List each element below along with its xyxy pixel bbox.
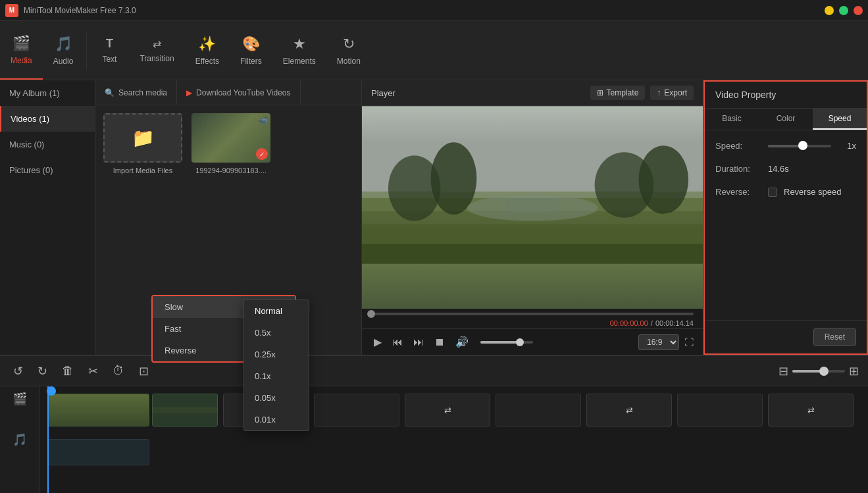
sub-item-0.1x[interactable]: 0.1x: [244, 365, 309, 387]
sub-item-0.05x[interactable]: 0.05x: [244, 387, 309, 409]
redo-button[interactable]: ↻: [34, 361, 51, 381]
ctx-slow-label: Slow: [165, 302, 183, 312]
speed-row: Speed: 1x: [715, 141, 856, 151]
timeline-transition-3[interactable]: ⇄: [586, 394, 672, 427]
tab-basic[interactable]: Basic: [705, 109, 759, 130]
zoom-in-button[interactable]: ⊞: [849, 364, 859, 378]
window-controls: [825, 6, 863, 15]
player-progress-bar[interactable]: [371, 313, 694, 315]
toolbar-item-filters[interactable]: 🎨 Filters: [230, 21, 272, 80]
main-area: My Album (1) Videos (1) Music (0) Pictur…: [0, 80, 868, 355]
cut-button[interactable]: ✂: [84, 361, 102, 381]
media-grid: 📁 Import Media Files 📹 ✓ 199294-90990318…: [95, 105, 361, 182]
timeline: ↺ ↻ 🗑 ✂ ⏱ ⊡ ⊟ ⊞ 🎬 🎵: [0, 355, 868, 493]
search-button[interactable]: 🔍 Search media: [95, 80, 177, 105]
ctx-fast-label: Fast: [165, 324, 181, 334]
toolbar-item-transition[interactable]: ⇄ Transition: [129, 21, 184, 80]
youtube-download-button[interactable]: ▶ Download YouTube Videos: [177, 80, 300, 105]
empty-clip-1[interactable]: [314, 394, 399, 427]
filters-icon: 🎨: [242, 36, 260, 53]
toolbar-filters-label: Filters: [240, 57, 262, 66]
reverse-checkbox[interactable]: [768, 188, 777, 197]
sub-item-0.25x[interactable]: 0.25x: [244, 344, 309, 365]
import-media-item[interactable]: 📁 Import Media Files: [103, 113, 182, 174]
svg-rect-12: [48, 407, 149, 413]
tab-color[interactable]: Color: [759, 109, 813, 130]
sub-item-0.5x[interactable]: 0.5x: [244, 322, 309, 344]
zoom-out-button[interactable]: ⊟: [779, 364, 788, 378]
ctx-reverse-label: Reverse: [165, 346, 196, 355]
toolbar-item-audio[interactable]: 🎵 Audio: [43, 21, 84, 80]
empty-clip-2[interactable]: [496, 394, 581, 427]
aspect-ratio-select[interactable]: 16:9 9:16 4:3 1:1: [638, 334, 679, 350]
video-track-label: 🎬: [13, 392, 27, 406]
timeline-zoom: ⊟ ⊞: [779, 364, 859, 378]
transition-icon-4: ⇄: [807, 405, 815, 415]
tab-speed[interactable]: Speed: [813, 109, 867, 130]
svg-point-6: [638, 145, 688, 214]
player-buttons: ⊞ Template ↑ Export: [590, 86, 694, 100]
volume-dot: [516, 338, 524, 346]
sidebar-item-pictures[interactable]: Pictures (0): [0, 157, 95, 183]
player-title: Player: [371, 88, 396, 98]
crop-button[interactable]: ⊡: [135, 361, 153, 381]
title-bar: M MiniTool MovieMaker Free 7.3.0: [0, 0, 868, 21]
timeline-transition-4[interactable]: ⇄: [768, 394, 854, 427]
empty-clip-3[interactable]: [677, 394, 763, 427]
close-button[interactable]: [854, 6, 863, 15]
audio-icon: 🎵: [55, 36, 72, 53]
sub-item-0.01x[interactable]: 0.01x: [244, 409, 309, 430]
volume-slider[interactable]: [480, 341, 533, 344]
fullscreen-button[interactable]: ⛶: [684, 337, 694, 348]
timeline-toolbar: ↺ ↻ 🗑 ✂ ⏱ ⊡ ⊟ ⊞: [0, 356, 868, 386]
toolbar-item-motion[interactable]: ↻ Motion: [326, 21, 371, 80]
delete-button[interactable]: 🗑: [58, 361, 78, 380]
minimize-button[interactable]: [825, 6, 834, 15]
duration-value: 14.6s: [768, 164, 789, 174]
audio-clip[interactable]: [47, 439, 149, 465]
speed-button[interactable]: ⏱: [109, 361, 128, 380]
zoom-slider[interactable]: [792, 370, 845, 373]
sidebar-item-my-album[interactable]: My Album (1): [0, 80, 95, 106]
volume-button[interactable]: 🔊: [453, 333, 471, 351]
player-panel: Player ⊞ Template ↑ Export: [361, 80, 703, 355]
skip-forward-button[interactable]: ⏭: [411, 334, 426, 351]
reset-button[interactable]: Reset: [813, 328, 856, 346]
player-progress[interactable]: [362, 309, 703, 318]
toolbar-item-media[interactable]: 🎬 Media: [0, 21, 43, 80]
app-icon: M: [5, 4, 18, 17]
video-media-label: 199294-909903183....: [191, 167, 270, 174]
media-icon: 🎬: [13, 35, 30, 52]
speed-label: Speed:: [715, 141, 761, 151]
transition-icon-3: ⇄: [626, 405, 633, 415]
sidebar: My Album (1) Videos (1) Music (0) Pictur…: [0, 80, 95, 355]
toolbar-item-text[interactable]: T Text: [89, 21, 129, 80]
timeline-transition-2[interactable]: ⇄: [405, 394, 490, 427]
import-media-thumb: 📁: [103, 113, 182, 163]
skip-back-button[interactable]: ⏮: [390, 334, 405, 351]
toolbar-item-effects[interactable]: ✨ Effects: [185, 21, 230, 80]
template-button[interactable]: ⊞ Template: [590, 86, 646, 100]
maximize-button[interactable]: [839, 6, 848, 15]
sidebar-item-music[interactable]: Music (0): [0, 132, 95, 157]
sub-item-normal[interactable]: Normal: [244, 300, 309, 322]
text-icon: T: [106, 37, 113, 51]
video-camera-icon: 📹: [259, 116, 268, 124]
toolbar-divider-1: [86, 31, 87, 70]
video-media-item[interactable]: 📹 ✓ 199294-909903183....: [191, 113, 270, 174]
export-button[interactable]: ↑ Export: [650, 86, 694, 100]
toolbar: 🎬 Media 🎵 Audio T Text ⇄ Transition ✨ Ef…: [0, 21, 868, 80]
sidebar-item-videos[interactable]: Videos (1): [0, 106, 95, 132]
toolbar-item-elements[interactable]: ★ Elements: [272, 21, 326, 80]
import-media-label: Import Media Files: [103, 167, 182, 174]
play-button[interactable]: ▶: [371, 333, 384, 351]
tracks: ↓ ⇄ ⇄ ⇄: [39, 386, 868, 493]
playhead[interactable]: [47, 386, 49, 493]
video-clip-main[interactable]: [47, 394, 149, 427]
speed-slider[interactable]: [768, 145, 831, 147]
undo-button[interactable]: ↺: [9, 361, 27, 381]
timeline-area: 🎬 🎵: [0, 386, 868, 493]
search-icon: 🔍: [105, 88, 115, 97]
video-clip-secondary[interactable]: [152, 394, 218, 427]
stop-button[interactable]: ⏹: [432, 334, 447, 351]
